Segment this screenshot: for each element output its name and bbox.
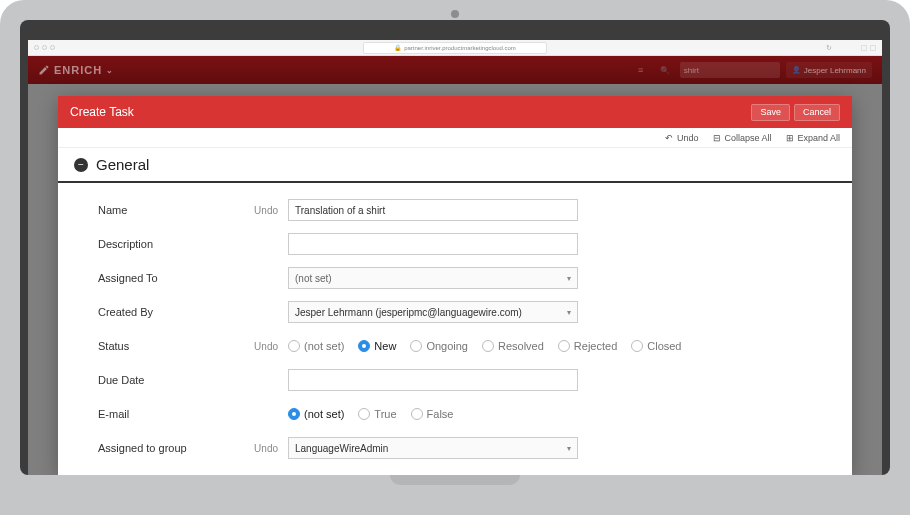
app-header: ENRICH ⌄ ≡ 🔍 shirt 👤 Jesper Lehrmann xyxy=(28,56,882,84)
modal-title: Create Task xyxy=(70,105,134,119)
section-toggle-icon[interactable]: − xyxy=(74,158,88,172)
url-text: partner.inriver.productmarketingcloud.co… xyxy=(404,43,516,53)
select-assigned-group[interactable]: LanguageWireAdmin ▾ xyxy=(288,437,578,459)
input-name[interactable] xyxy=(288,199,578,221)
row-assigned-group: Assigned to group Undo LanguageWireAdmin… xyxy=(98,431,812,465)
search-icon[interactable]: 🔍 xyxy=(656,62,674,78)
chevron-down-icon: ▾ xyxy=(567,274,571,283)
radio-label: Closed xyxy=(647,340,681,352)
status-option[interactable]: Resolved xyxy=(482,340,544,352)
undo-name[interactable]: Undo xyxy=(248,205,288,216)
email-radio-group: (not set)TrueFalse xyxy=(288,408,812,420)
radio-icon xyxy=(288,340,300,352)
status-option[interactable]: (not set) xyxy=(288,340,344,352)
radio-icon xyxy=(631,340,643,352)
cancel-button[interactable]: Cancel xyxy=(794,104,840,121)
radio-icon xyxy=(558,340,570,352)
edit-icon xyxy=(38,64,50,76)
email-option[interactable]: (not set) xyxy=(288,408,344,420)
browser-chrome: 🔒 partner.inriver.productmarketingcloud.… xyxy=(28,40,882,56)
status-option[interactable]: New xyxy=(358,340,396,352)
input-due-date[interactable] xyxy=(288,369,578,391)
modal-toolbar: ↶ Undo ⊟ Collapse All ⊞ Expand All xyxy=(58,128,852,148)
section-header: − General xyxy=(58,148,852,183)
laptop-base xyxy=(0,475,910,515)
label-description: Description xyxy=(98,238,248,250)
brand-text: ENRICH xyxy=(54,64,102,76)
browser-window: 🔒 partner.inriver.productmarketingcloud.… xyxy=(28,40,882,475)
select-created-by[interactable]: Jesper Lehrmann (jesperipmc@languagewire… xyxy=(288,301,578,323)
label-status: Status xyxy=(98,340,248,352)
expand-icon: ⊞ xyxy=(785,133,794,142)
user-icon: 👤 xyxy=(792,66,801,74)
row-assigned-to: Assigned To (not set) ▾ xyxy=(98,261,812,295)
undo-action[interactable]: ↶ Undo xyxy=(665,133,699,143)
create-task-modal: Create Task Save Cancel ↶ Undo ⊟ Collaps… xyxy=(58,96,852,475)
brand[interactable]: ENRICH ⌄ xyxy=(38,64,114,76)
chevron-down-icon: ▾ xyxy=(567,444,571,453)
row-email: E-mail (not set)TrueFalse xyxy=(98,397,812,431)
radio-icon xyxy=(288,408,300,420)
radio-label: New xyxy=(374,340,396,352)
save-button[interactable]: Save xyxy=(751,104,790,121)
status-option[interactable]: Closed xyxy=(631,340,681,352)
camera-dot xyxy=(451,10,459,18)
user-menu[interactable]: 👤 Jesper Lehrmann xyxy=(786,62,872,78)
status-radio-group: (not set)NewOngoingResolvedRejectedClose… xyxy=(288,340,812,352)
radio-label: (not set) xyxy=(304,408,344,420)
form-body: Name Undo Description Assigned To xyxy=(58,183,852,475)
select-assigned-to[interactable]: (not set) ▾ xyxy=(288,267,578,289)
row-created-by: Created By Jesper Lehrmann (jesperipmc@l… xyxy=(98,295,812,329)
radio-label: Rejected xyxy=(574,340,617,352)
section-title: General xyxy=(96,156,149,173)
radio-label: (not set) xyxy=(304,340,344,352)
radio-label: False xyxy=(427,408,454,420)
chevron-down-icon: ▾ xyxy=(567,308,571,317)
radio-label: Resolved xyxy=(498,340,544,352)
radio-icon xyxy=(358,408,370,420)
undo-status[interactable]: Undo xyxy=(248,341,288,352)
collapse-all-action[interactable]: ⊟ Collapse All xyxy=(712,133,771,143)
label-name: Name xyxy=(98,204,248,216)
radio-icon xyxy=(358,340,370,352)
radio-icon xyxy=(410,340,422,352)
header-search[interactable]: shirt xyxy=(680,62,780,78)
screen: 🔒 partner.inriver.productmarketingcloud.… xyxy=(20,20,890,475)
radio-icon xyxy=(411,408,423,420)
input-description[interactable] xyxy=(288,233,578,255)
expand-all-action[interactable]: ⊞ Expand All xyxy=(785,133,840,143)
row-name: Name Undo xyxy=(98,193,812,227)
status-option[interactable]: Ongoing xyxy=(410,340,468,352)
menu-icon[interactable]: ≡ xyxy=(632,62,650,78)
undo-assigned-group[interactable]: Undo xyxy=(248,443,288,454)
modal-header: Create Task Save Cancel xyxy=(58,96,852,128)
row-description: Description xyxy=(98,227,812,261)
status-option[interactable]: Rejected xyxy=(558,340,617,352)
user-name: Jesper Lehrmann xyxy=(804,66,866,75)
label-due-date: Due Date xyxy=(98,374,248,386)
reload-icon[interactable]: ↻ xyxy=(826,44,832,52)
label-created-by: Created By xyxy=(98,306,248,318)
undo-icon: ↶ xyxy=(665,133,674,142)
window-controls xyxy=(34,45,55,50)
email-option[interactable]: True xyxy=(358,408,396,420)
chevron-down-icon: ⌄ xyxy=(106,66,114,75)
radio-label: True xyxy=(374,408,396,420)
radio-icon xyxy=(482,340,494,352)
radio-label: Ongoing xyxy=(426,340,468,352)
browser-right-icons xyxy=(861,45,876,51)
label-assigned-to: Assigned To xyxy=(98,272,248,284)
laptop-frame: 🔒 partner.inriver.productmarketingcloud.… xyxy=(0,0,910,515)
row-due-date: Due Date xyxy=(98,363,812,397)
email-option[interactable]: False xyxy=(411,408,454,420)
label-email: E-mail xyxy=(98,408,248,420)
collapse-icon: ⊟ xyxy=(712,133,721,142)
address-bar[interactable]: 🔒 partner.inriver.productmarketingcloud.… xyxy=(363,42,547,54)
label-assigned-group: Assigned to group xyxy=(98,442,248,454)
lock-icon: 🔒 xyxy=(394,43,401,53)
row-status: Status Undo (not set)NewOngoingResolvedR… xyxy=(98,329,812,363)
